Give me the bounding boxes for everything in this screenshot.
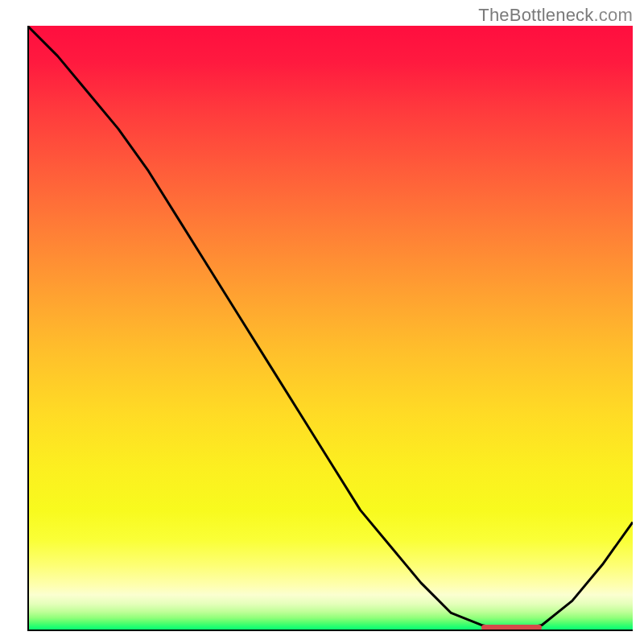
attribution-text: TheBottleneck.com [478,5,633,26]
attribution-brand: TheBottleneck [478,5,593,25]
plot-area [27,26,633,631]
attribution-suffix: .com [594,5,633,25]
minimum-marker [481,625,542,630]
chart-viewport: TheBottleneck.com [0,0,644,644]
bottleneck-curve [27,26,633,631]
